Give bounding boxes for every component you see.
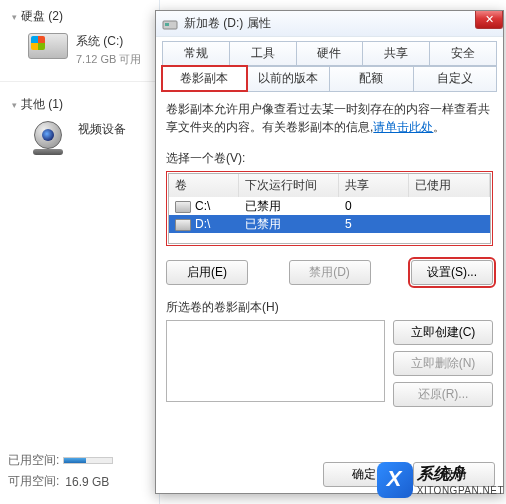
col-used[interactable]: 已使用 — [409, 174, 490, 197]
close-button[interactable]: ✕ — [475, 11, 503, 29]
drive-icon — [28, 33, 68, 59]
tabs-row-1: 常规 工具 硬件 共享 安全 — [162, 41, 497, 66]
dialog-title: 新加卷 (D:) 属性 — [184, 15, 271, 32]
disable-button[interactable]: 禁用(D) — [289, 260, 371, 285]
free-value: 16.9 GB — [65, 475, 109, 489]
col-volume[interactable]: 卷 — [169, 174, 239, 197]
svg-rect-1 — [165, 23, 169, 26]
drive-mini-icon — [175, 219, 191, 231]
tab-quota[interactable]: 配额 — [329, 66, 414, 91]
drive-item-c[interactable]: 系统 (C:) 7.12 GB 可用 — [12, 29, 159, 71]
copies-listbox[interactable] — [166, 320, 385, 402]
drive-mini-icon — [175, 201, 191, 213]
webcam-item[interactable]: 视频设备 — [12, 117, 159, 159]
tab-tools[interactable]: 工具 — [229, 41, 297, 65]
tabs-row-2: 卷影副本 以前的版本 配额 自定义 — [162, 66, 497, 92]
volumes-header: 卷 下次运行时间 共享 已使用 — [169, 174, 490, 197]
create-now-button[interactable]: 立即创建(C) — [393, 320, 493, 345]
free-label: 可用空间: — [8, 473, 59, 490]
copies-label: 所选卷的卷影副本(H) — [166, 299, 493, 316]
drive-name: 系统 (C:) — [76, 33, 159, 50]
watermark-brand: 系统舟 — [417, 464, 504, 485]
info-text: 卷影副本允许用户像查看过去某一时刻存在的内容一样查看共享文件夹的内容。有关卷影副… — [166, 100, 493, 136]
col-shares[interactable]: 共享 — [339, 174, 409, 197]
used-label: 已用空间: — [8, 452, 59, 469]
triangle-icon: ▾ — [12, 100, 17, 110]
volume-row-d[interactable]: D:\ 已禁用 5 — [169, 215, 490, 233]
drive-small-icon — [162, 16, 178, 32]
properties-dialog: 新加卷 (D:) 属性 ✕ 常规 工具 硬件 共享 安全 卷影副本 以前的版本 … — [155, 10, 504, 494]
volumes-table: 卷 下次运行时间 共享 已使用 C:\ 已禁用 0 D:\ 已禁用 5 — [168, 173, 491, 244]
section-disk-header[interactable]: ▾ 硬盘 (2) — [12, 4, 159, 29]
select-volume-label: 选择一个卷(V): — [166, 150, 493, 167]
tab-security[interactable]: 安全 — [429, 41, 497, 65]
col-next-run[interactable]: 下次运行时间 — [239, 174, 339, 197]
section-other-title: 其他 (1) — [21, 96, 63, 113]
titlebar[interactable]: 新加卷 (D:) 属性 ✕ — [156, 11, 503, 37]
tab-sharing[interactable]: 共享 — [362, 41, 430, 65]
drive-sub: 7.12 GB 可用 — [76, 52, 159, 67]
tab-customize[interactable]: 自定义 — [413, 66, 498, 91]
used-bar — [63, 457, 113, 464]
restore-button[interactable]: 还原(R)... — [393, 382, 493, 407]
webcam-icon — [28, 121, 72, 155]
space-stats: 已用空间: 可用空间: 16.9 GB — [8, 450, 155, 492]
triangle-icon: ▾ — [12, 12, 17, 22]
tab-previous-versions[interactable]: 以前的版本 — [246, 66, 331, 91]
volume-row-c[interactable]: C:\ 已禁用 0 — [169, 197, 490, 215]
info-link[interactable]: 请单击此处 — [373, 120, 433, 134]
section-other-header[interactable]: ▾ 其他 (1) — [12, 92, 159, 117]
enable-button[interactable]: 启用(E) — [166, 260, 248, 285]
tab-general[interactable]: 常规 — [162, 41, 230, 65]
watermark-logo-icon — [377, 462, 413, 498]
webcam-name: 视频设备 — [78, 121, 159, 138]
tab-hardware[interactable]: 硬件 — [296, 41, 364, 65]
section-disk-title: 硬盘 (2) — [21, 8, 63, 25]
delete-now-button[interactable]: 立即删除(N) — [393, 351, 493, 376]
watermark-url: XITONGPAN.NET — [417, 485, 504, 496]
volumes-highlight-box: 卷 下次运行时间 共享 已使用 C:\ 已禁用 0 D:\ 已禁用 5 — [166, 171, 493, 246]
tab-shadow-copies[interactable]: 卷影副本 — [162, 66, 247, 91]
explorer-left-panel: ▾ 硬盘 (2) 系统 (C:) 7.12 GB 可用 ▾ 其他 (1) 视频设… — [0, 0, 160, 504]
settings-button[interactable]: 设置(S)... — [411, 260, 493, 285]
watermark: 系统舟 XITONGPAN.NET — [377, 462, 504, 498]
